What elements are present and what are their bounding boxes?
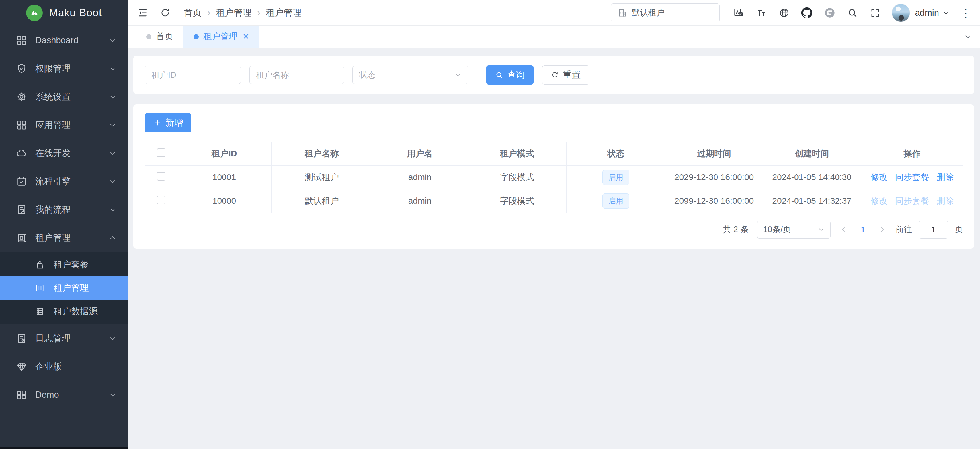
breadcrumb-item-tenant-manage: 租户管理: [266, 7, 302, 19]
diamond-icon: [16, 361, 27, 372]
kebab-menu-icon[interactable]: ⋮: [960, 7, 972, 19]
col-status: 状态: [566, 142, 665, 166]
sidebar-item-dashboard[interactable]: Dashboard: [0, 26, 128, 54]
row-checkbox[interactable]: [157, 172, 165, 181]
cell-status: 启用: [566, 189, 665, 213]
chevron-down-icon: [964, 32, 972, 41]
tab-dot: [146, 34, 151, 39]
col-actions: 操作: [861, 142, 964, 166]
sidebar-item-label: 日志管理: [35, 332, 109, 344]
search-icon: [495, 71, 503, 79]
sidebar-item-demo[interactable]: Demo: [0, 380, 128, 409]
next-page-button[interactable]: [876, 221, 889, 239]
cell-status: 启用: [566, 166, 665, 189]
search-icon[interactable]: [841, 4, 864, 22]
col-tenant-name: 租户名称: [272, 142, 372, 166]
col-create-time: 创建时间: [763, 142, 861, 166]
sidebar-item-permissions[interactable]: 权限管理: [0, 54, 128, 83]
tenant-name-input[interactable]: [250, 66, 344, 84]
user-menu[interactable]: admin: [892, 4, 950, 22]
logo[interactable]: Maku Boot: [0, 0, 128, 26]
sidebar-item-enterprise[interactable]: 企业版: [0, 352, 128, 380]
tab-tenant-manage[interactable]: 租户管理 ✕: [183, 26, 259, 48]
sidebar-item-label: Dashboard: [35, 35, 109, 46]
breadcrumb-item-home[interactable]: 首页: [184, 7, 202, 19]
breadcrumb-item-tenant[interactable]: 租户管理: [216, 7, 251, 19]
sidebar-item-workflow[interactable]: 流程引擎: [0, 167, 128, 195]
font-size-icon[interactable]: [750, 4, 773, 22]
sidebar-item-my-workflow[interactable]: 我的流程: [0, 195, 128, 224]
page-unit-label: 页: [955, 224, 963, 235]
cell-select: [145, 166, 177, 189]
windows-grid-icon: [16, 389, 27, 401]
goto-page-input[interactable]: [919, 221, 948, 239]
topbar-right: 默认租户: [611, 3, 972, 22]
col-mode: 租户模式: [468, 142, 566, 166]
chevron-down-icon: [454, 71, 461, 78]
add-button-label: 新增: [165, 117, 183, 129]
sidebar-menu: Dashboard 权限管理 系统设置: [0, 26, 128, 409]
document-check-icon: [16, 333, 27, 344]
row-checkbox[interactable]: [157, 196, 165, 204]
sidebar-item-label: 应用管理: [35, 119, 109, 131]
tab-label: 首页: [156, 31, 173, 42]
goto-label: 前往: [896, 224, 912, 235]
cell-select: [145, 189, 177, 213]
close-icon[interactable]: ✕: [243, 32, 249, 41]
sidebar-item-tenant-datasource[interactable]: 租户数据源: [0, 300, 128, 323]
github-icon[interactable]: [795, 4, 818, 22]
refresh-icon[interactable]: [160, 8, 170, 18]
sidebar-item-tenant[interactable]: 租户管理: [0, 224, 128, 252]
table-row: 10000 默认租户 admin 字段模式 启用 2099-12-30 16:0…: [145, 189, 964, 213]
sidebar-item-label: 租户管理: [35, 232, 109, 244]
globe-icon[interactable]: [773, 4, 795, 22]
sidebar-item-tenant-manage[interactable]: 租户管理: [0, 276, 128, 300]
sidebar-item-logs[interactable]: 日志管理: [0, 324, 128, 352]
list-icon: [35, 283, 45, 293]
tab-label: 租户管理: [203, 31, 237, 42]
chevron-down-icon: [109, 177, 117, 185]
edit-link[interactable]: 修改: [871, 171, 888, 183]
status-select[interactable]: 状态: [353, 66, 468, 84]
topbar: 首页 › 租户管理 › 租户管理 默认租户: [128, 0, 980, 26]
topbar-icons: [727, 4, 887, 22]
chevron-down-icon: [109, 121, 117, 129]
page-number[interactable]: 1: [857, 225, 869, 235]
delete-link[interactable]: 删除: [937, 171, 954, 183]
sync-package-link[interactable]: 同步套餐: [895, 171, 929, 183]
reset-button[interactable]: 重置: [542, 65, 589, 85]
fullscreen-icon[interactable]: [864, 4, 887, 22]
search-button[interactable]: 查询: [486, 65, 534, 85]
gitee-icon[interactable]: [818, 4, 841, 22]
tab-actions-dropdown[interactable]: [955, 26, 980, 48]
tab-dot: [194, 34, 199, 39]
select-all-checkbox[interactable]: [157, 149, 165, 157]
collapse-menu-icon[interactable]: [137, 7, 148, 18]
sidebar-item-online-dev[interactable]: 在线开发: [0, 139, 128, 167]
cell-expire-time: 2029-12-30 16:00:00: [665, 166, 763, 189]
add-button[interactable]: 新增: [145, 113, 191, 133]
translate-icon[interactable]: [727, 4, 750, 22]
tenant-select[interactable]: 默认租户: [611, 3, 720, 22]
sidebar-item-label: 企业版: [35, 361, 117, 373]
sidebar-item-system[interactable]: 系统设置: [0, 83, 128, 111]
sidebar-submenu-tenant: 租户套餐 租户管理 租户数据源: [0, 252, 128, 324]
chevron-up-icon: [109, 234, 117, 242]
sidebar-item-label: 租户套餐: [54, 259, 89, 271]
chevron-down-icon: [109, 37, 117, 45]
sidebar-item-tenant-package[interactable]: 租户套餐: [0, 253, 128, 276]
tab-home[interactable]: 首页: [136, 26, 183, 48]
chevron-down-icon: [818, 226, 824, 233]
content: 状态 查询 重置 新增: [128, 48, 980, 449]
cell-mode: 字段模式: [468, 166, 566, 189]
cell-expire-time: 2099-12-30 16:00:00: [665, 189, 763, 213]
prev-page-button[interactable]: [837, 221, 850, 239]
tenant-id-input[interactable]: [145, 66, 241, 84]
document-user-icon: [16, 204, 27, 216]
page-size-select[interactable]: 10条/页: [757, 221, 830, 239]
delete-link: 删除: [937, 195, 954, 207]
header-select-all: [145, 142, 177, 166]
sidebar-item-applications[interactable]: 应用管理: [0, 111, 128, 139]
avatar: [892, 4, 910, 22]
cell-actions: 修改 同步套餐 删除: [861, 189, 964, 213]
